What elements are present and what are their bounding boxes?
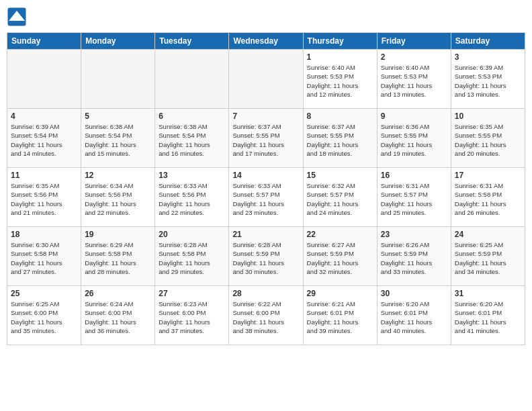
calendar-table: SundayMondayTuesdayWednesdayThursdayFrid… — [7, 32, 525, 345]
day-info: Sunrise: 6:37 AMSunset: 5:55 PMDaylight:… — [307, 122, 373, 158]
calendar-cell: 5Sunrise: 6:38 AMSunset: 5:54 PMDaylight… — [81, 109, 155, 168]
day-number: 20 — [159, 230, 225, 239]
day-info: Sunrise: 6:39 AMSunset: 5:54 PMDaylight:… — [11, 122, 77, 158]
day-info: Sunrise: 6:29 AMSunset: 5:58 PMDaylight:… — [85, 240, 151, 276]
day-info: Sunrise: 6:33 AMSunset: 5:57 PMDaylight:… — [232, 181, 299, 217]
day-number: 12 — [85, 171, 151, 180]
day-number: 5 — [85, 111, 151, 121]
day-info: Sunrise: 6:34 AMSunset: 5:56 PMDaylight:… — [85, 181, 151, 217]
calendar-cell: 1Sunrise: 6:40 AMSunset: 5:53 PMDaylight… — [303, 50, 377, 109]
day-info: Sunrise: 6:20 AMSunset: 6:01 PMDaylight:… — [381, 300, 447, 335]
day-number: 24 — [455, 230, 521, 239]
day-info: Sunrise: 6:37 AMSunset: 5:55 PMDaylight:… — [232, 122, 299, 158]
day-info: Sunrise: 6:40 AMSunset: 5:53 PMDaylight:… — [307, 63, 373, 99]
day-info: Sunrise: 6:36 AMSunset: 5:55 PMDaylight:… — [381, 122, 447, 158]
day-number: 9 — [381, 111, 447, 121]
day-number: 26 — [85, 289, 151, 298]
day-info: Sunrise: 6:20 AMSunset: 6:01 PMDaylight:… — [455, 300, 521, 335]
calendar-cell: 27Sunrise: 6:23 AMSunset: 6:00 PMDayligh… — [155, 286, 229, 345]
calendar-cell: 23Sunrise: 6:26 AMSunset: 5:59 PMDayligh… — [377, 227, 451, 286]
calendar-cell: 4Sunrise: 6:39 AMSunset: 5:54 PMDaylight… — [7, 109, 81, 168]
calendar-cell: 9Sunrise: 6:36 AMSunset: 5:55 PMDaylight… — [377, 109, 451, 168]
calendar-cell: 29Sunrise: 6:21 AMSunset: 6:01 PMDayligh… — [303, 286, 377, 345]
calendar-cell: 13Sunrise: 6:33 AMSunset: 5:56 PMDayligh… — [155, 168, 229, 227]
logo-icon — [7, 7, 27, 27]
day-number: 6 — [159, 111, 225, 121]
day-number: 10 — [455, 111, 521, 121]
day-number: 19 — [85, 230, 151, 239]
calendar-cell: 25Sunrise: 6:25 AMSunset: 6:00 PMDayligh… — [7, 286, 81, 345]
calendar-cell — [155, 50, 229, 109]
day-info: Sunrise: 6:22 AMSunset: 6:00 PMDaylight:… — [232, 300, 299, 335]
logo — [7, 7, 30, 27]
day-number: 2 — [381, 52, 447, 62]
calendar-cell: 20Sunrise: 6:28 AMSunset: 5:58 PMDayligh… — [155, 227, 229, 286]
calendar-cell: 11Sunrise: 6:35 AMSunset: 5:56 PMDayligh… — [7, 168, 81, 227]
day-number: 28 — [232, 289, 299, 298]
day-info: Sunrise: 6:39 AMSunset: 5:53 PMDaylight:… — [455, 63, 521, 99]
column-header-monday: Monday — [81, 33, 155, 50]
day-number: 11 — [11, 171, 77, 180]
day-number: 8 — [307, 111, 373, 121]
day-number: 13 — [159, 171, 225, 180]
day-number: 1 — [307, 52, 373, 62]
column-header-sunday: Sunday — [7, 33, 81, 50]
calendar-header-row: SundayMondayTuesdayWednesdayThursdayFrid… — [7, 33, 525, 50]
day-info: Sunrise: 6:23 AMSunset: 6:00 PMDaylight:… — [159, 300, 225, 335]
calendar-week-row: 11Sunrise: 6:35 AMSunset: 5:56 PMDayligh… — [7, 168, 525, 227]
day-number: 31 — [455, 289, 521, 298]
calendar-cell: 28Sunrise: 6:22 AMSunset: 6:00 PMDayligh… — [229, 286, 303, 345]
day-info: Sunrise: 6:35 AMSunset: 5:55 PMDaylight:… — [455, 122, 521, 158]
day-number: 18 — [11, 230, 77, 239]
calendar-cell: 12Sunrise: 6:34 AMSunset: 5:56 PMDayligh… — [81, 168, 155, 227]
day-info: Sunrise: 6:33 AMSunset: 5:56 PMDaylight:… — [159, 181, 225, 217]
day-info: Sunrise: 6:28 AMSunset: 5:58 PMDaylight:… — [159, 240, 225, 276]
calendar-cell: 26Sunrise: 6:24 AMSunset: 6:00 PMDayligh… — [81, 286, 155, 345]
day-info: Sunrise: 6:25 AMSunset: 5:59 PMDaylight:… — [455, 240, 521, 276]
calendar-cell — [7, 50, 81, 109]
calendar-cell: 30Sunrise: 6:20 AMSunset: 6:01 PMDayligh… — [377, 286, 451, 345]
day-number: 16 — [381, 171, 447, 180]
calendar-week-row: 18Sunrise: 6:30 AMSunset: 5:58 PMDayligh… — [7, 227, 525, 286]
day-number: 21 — [232, 230, 299, 239]
calendar-cell: 17Sunrise: 6:31 AMSunset: 5:58 PMDayligh… — [451, 168, 525, 227]
calendar-cell — [229, 50, 303, 109]
day-info: Sunrise: 6:25 AMSunset: 6:00 PMDaylight:… — [11, 300, 77, 335]
calendar-cell: 3Sunrise: 6:39 AMSunset: 5:53 PMDaylight… — [451, 50, 525, 109]
day-info: Sunrise: 6:31 AMSunset: 5:57 PMDaylight:… — [381, 181, 447, 217]
column-header-saturday: Saturday — [451, 33, 525, 50]
day-info: Sunrise: 6:31 AMSunset: 5:58 PMDaylight:… — [455, 181, 521, 217]
calendar-cell: 15Sunrise: 6:32 AMSunset: 5:57 PMDayligh… — [303, 168, 377, 227]
day-number: 14 — [232, 171, 299, 180]
day-info: Sunrise: 6:27 AMSunset: 5:59 PMDaylight:… — [307, 240, 373, 276]
calendar-cell: 2Sunrise: 6:40 AMSunset: 5:53 PMDaylight… — [377, 50, 451, 109]
calendar-cell: 14Sunrise: 6:33 AMSunset: 5:57 PMDayligh… — [229, 168, 303, 227]
day-number: 29 — [307, 289, 373, 298]
page-header — [7, 7, 525, 27]
day-info: Sunrise: 6:26 AMSunset: 5:59 PMDaylight:… — [381, 240, 447, 276]
day-number: 25 — [11, 289, 77, 298]
calendar-cell: 22Sunrise: 6:27 AMSunset: 5:59 PMDayligh… — [303, 227, 377, 286]
calendar-cell: 24Sunrise: 6:25 AMSunset: 5:59 PMDayligh… — [451, 227, 525, 286]
column-header-thursday: Thursday — [303, 33, 377, 50]
day-number: 7 — [232, 111, 299, 121]
day-number: 15 — [307, 171, 373, 180]
calendar-cell: 7Sunrise: 6:37 AMSunset: 5:55 PMDaylight… — [229, 109, 303, 168]
day-number: 27 — [159, 289, 225, 298]
day-info: Sunrise: 6:24 AMSunset: 6:00 PMDaylight:… — [85, 300, 151, 335]
column-header-friday: Friday — [377, 33, 451, 50]
day-number: 4 — [11, 111, 77, 121]
column-header-wednesday: Wednesday — [229, 33, 303, 50]
calendar-cell: 31Sunrise: 6:20 AMSunset: 6:01 PMDayligh… — [451, 286, 525, 345]
day-info: Sunrise: 6:32 AMSunset: 5:57 PMDaylight:… — [307, 181, 373, 217]
day-number: 22 — [307, 230, 373, 239]
calendar-cell: 6Sunrise: 6:38 AMSunset: 5:54 PMDaylight… — [155, 109, 229, 168]
day-info: Sunrise: 6:28 AMSunset: 5:59 PMDaylight:… — [232, 240, 299, 276]
day-number: 17 — [455, 171, 521, 180]
calendar-cell — [81, 50, 155, 109]
calendar-week-row: 25Sunrise: 6:25 AMSunset: 6:00 PMDayligh… — [7, 286, 525, 345]
day-info: Sunrise: 6:30 AMSunset: 5:58 PMDaylight:… — [11, 240, 77, 276]
day-info: Sunrise: 6:38 AMSunset: 5:54 PMDaylight:… — [159, 122, 225, 158]
calendar-cell: 10Sunrise: 6:35 AMSunset: 5:55 PMDayligh… — [451, 109, 525, 168]
calendar-cell: 18Sunrise: 6:30 AMSunset: 5:58 PMDayligh… — [7, 227, 81, 286]
